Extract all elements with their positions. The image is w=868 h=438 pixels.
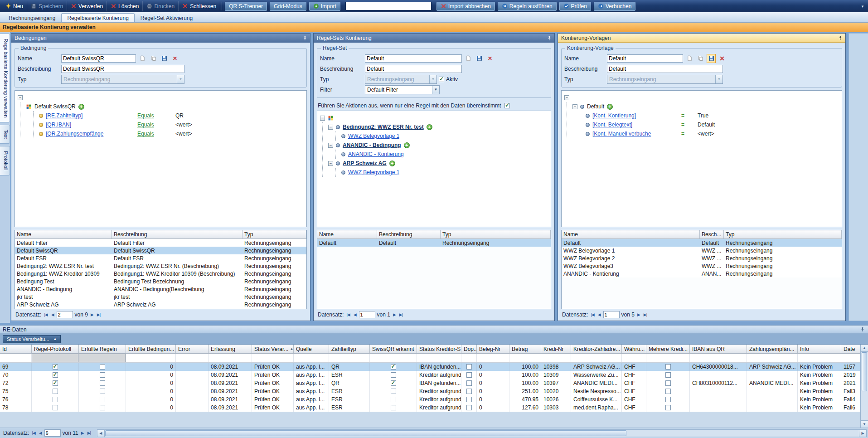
horizontal-scrollbar[interactable]: ◀ ▶: [97, 429, 867, 437]
template-field-link[interactable]: [Kont. Kontierung]: [592, 112, 679, 119]
grid-column-regel-protokoll[interactable]: Regel-Protokoll: [32, 345, 79, 353]
panel-bedingungen-header[interactable]: Bedingungen: [11, 34, 310, 43]
toolbar-button-verbuchen[interactable]: Verbuchen: [594, 2, 635, 11]
aktiv-checkbox[interactable]: [439, 77, 444, 82]
expander-icon[interactable]: −: [328, 143, 333, 148]
table-row[interactable]: ARP Schweiz AGARP Schweiz AGRechnungsein…: [15, 301, 306, 308]
save-record-button[interactable]: [707, 54, 716, 63]
grid-column-kreditor-zahladre[interactable]: Kreditor-Zahladre...: [571, 345, 622, 353]
scroll-down-icon[interactable]: ▼: [861, 420, 868, 428]
cell-checkbox[interactable]: [466, 397, 472, 402]
grid-column-beleg-nr[interactable]: Beleg-Nr: [477, 345, 509, 353]
table-row[interactable]: Bedingung TestBedingung Test Bezeichnung…: [15, 277, 306, 285]
scrollbar-thumb[interactable]: [862, 352, 867, 391]
scroll-right-icon[interactable]: ▶: [859, 430, 866, 437]
column-header-beschreibung[interactable]: Beschreibung: [377, 230, 441, 238]
cell-checkbox[interactable]: [466, 364, 472, 370]
cell-checkbox[interactable]: [391, 372, 396, 378]
new-record-button[interactable]: [685, 54, 694, 63]
nav-last-button[interactable]: ▶|: [398, 312, 403, 317]
column-header-besch[interactable]: Besch...: [700, 230, 724, 238]
grid-filter-cell[interactable]: [477, 354, 509, 362]
condition-field-link[interactable]: [QR.IBAN]: [46, 122, 135, 128]
grid-filter-cell[interactable]: [370, 354, 417, 362]
grid-row[interactable]: 75008.09.2021Prüfen OKaus App. I...ESRKr…: [0, 387, 860, 395]
grid-row[interactable]: 78008.09.2021Prüfen OKaus App. I...ESRKr…: [0, 404, 860, 412]
copy-record-button[interactable]: [696, 54, 705, 63]
grid-column-zahlungsempfän[interactable]: Zahlungsempfän...: [747, 345, 798, 353]
panel-regelsets-header[interactable]: Regel-Sets Kontierung: [314, 34, 554, 43]
cell-checkbox[interactable]: [391, 364, 396, 370]
cell-checkbox[interactable]: [391, 405, 396, 410]
table-row[interactable]: Default SwissQRDefault SwissQRRechnungse…: [15, 247, 306, 254]
template-field-link[interactable]: [Kont. Belegtext]: [592, 122, 679, 128]
expander-icon[interactable]: −: [320, 116, 325, 121]
grid-filter-cell[interactable]: [571, 354, 622, 362]
delete-record-button[interactable]: ✕: [485, 54, 495, 63]
nav-position-input[interactable]: [603, 311, 620, 318]
nav-next-button[interactable]: ▶: [636, 312, 641, 317]
expander-icon[interactable]: −: [328, 161, 333, 166]
grid-filter-cell[interactable]: [126, 354, 176, 362]
new-record-button[interactable]: [464, 54, 473, 63]
nav-last-button[interactable]: ▶|: [87, 430, 92, 436]
toolbar-button-löschen[interactable]: Löschen: [107, 1, 143, 11]
save-record-button[interactable]: [475, 54, 484, 63]
grid-filter-cell[interactable]: [294, 354, 329, 362]
cell-checkbox[interactable]: [100, 389, 105, 394]
vorlage-beschreibung-input[interactable]: [607, 65, 723, 73]
scroll-left-icon[interactable]: ◀: [97, 430, 105, 437]
expander-icon[interactable]: −: [572, 104, 577, 109]
grid-filter-cell[interactable]: [461, 354, 477, 362]
side-tab-regelbasierte-kontierung-verwalten[interactable]: Regelbasierte Kontierung verwalten: [0, 34, 10, 122]
condition-value[interactable]: QR: [175, 112, 184, 119]
add-icon[interactable]: +: [607, 104, 613, 110]
grid-filter-cell[interactable]: [541, 354, 571, 362]
condition-field-link[interactable]: [RE.Zahlteiltyp]: [46, 112, 135, 119]
tab-regelbasierte-kontierung[interactable]: Regelbasierte Kontierung: [61, 13, 134, 22]
grid-column-quelle[interactable]: Quelle: [294, 345, 329, 353]
nav-last-button[interactable]: ▶|: [643, 312, 648, 317]
column-header-beschreibung[interactable]: Beschreibung: [112, 230, 242, 238]
grid-filter-cell[interactable]: [690, 354, 747, 362]
toolbar-button-schliessen[interactable]: Schliessen: [179, 1, 220, 11]
grid-row[interactable]: 76008.09.2021Prüfen OKaus App. I...ESRKr…: [0, 395, 860, 404]
template-value[interactable]: True: [698, 112, 708, 119]
table-row[interactable]: Bedingung1: WWZ Kreditor 10309Bedingung1…: [15, 270, 306, 277]
template-value[interactable]: <wert>: [698, 131, 714, 137]
cell-checkbox[interactable]: [53, 372, 58, 378]
expander-icon[interactable]: −: [18, 95, 23, 100]
cell-checkbox[interactable]: [466, 405, 472, 410]
expander-icon[interactable]: −: [564, 95, 569, 100]
tab-regel-set-aktivierung[interactable]: Regel-Set Aktivierung: [135, 13, 199, 22]
condition-value[interactable]: <wert>: [175, 131, 192, 137]
grid-filter-cell[interactable]: [0, 354, 32, 362]
bedingung-name-input[interactable]: [61, 54, 136, 63]
side-tab-test[interactable]: Test: [0, 125, 10, 144]
grid-column-status-verar[interactable]: Status Verar...▲: [252, 345, 294, 353]
nav-next-button[interactable]: ▶: [392, 312, 397, 317]
cell-checkbox[interactable]: [100, 397, 105, 402]
grid-filter-cell[interactable]: [841, 354, 860, 362]
toolbar-button-verwerfen[interactable]: Verwerfen: [67, 1, 107, 11]
table-row[interactable]: DefaultDefaultRechnungseingang: [317, 239, 551, 247]
toolbar-button-regeln-ausführen[interactable]: Regeln ausführen: [498, 2, 557, 11]
toolbar-button-qr-s-trenner[interactable]: QR S-Trenner: [225, 2, 267, 11]
table-row[interactable]: Default FilterDefault FilterRechnungsein…: [15, 239, 306, 247]
nav-first-button[interactable]: |◀: [43, 312, 48, 317]
single-rule-checkbox[interactable]: [504, 103, 510, 108]
toolbar-button-drucken[interactable]: Drucken: [143, 1, 179, 11]
grid-row[interactable]: 70008.09.2021Prüfen OKaus App. I...ESRKr…: [0, 371, 860, 379]
cell-checkbox[interactable]: [466, 389, 472, 394]
toolbar-button-prüfen[interactable]: Prüfen: [559, 2, 591, 11]
grid-column-betrag[interactable]: Betrag: [509, 345, 541, 353]
add-icon[interactable]: +: [427, 124, 432, 130]
cell-checkbox[interactable]: [100, 372, 105, 378]
cell-checkbox[interactable]: [53, 380, 58, 386]
table-row[interactable]: ANANDIC - KontierungANAN...Rechnungseing…: [562, 270, 842, 277]
cell-checkbox[interactable]: [391, 389, 396, 394]
grid-column-erfassung[interactable]: Erfassung: [209, 345, 252, 353]
cell-checkbox[interactable]: [665, 372, 671, 378]
grid-filter-cell[interactable]: [417, 354, 461, 362]
grid-filter-cell[interactable]: [329, 354, 370, 362]
